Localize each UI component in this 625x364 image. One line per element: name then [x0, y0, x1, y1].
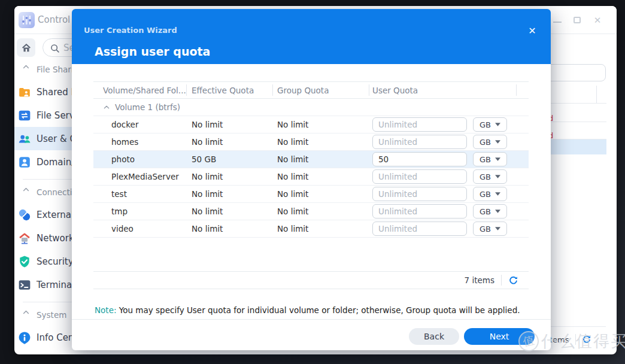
- folder-name: photo: [93, 154, 186, 164]
- quota-row-test[interactable]: testNo limitNo limitGB: [93, 186, 529, 203]
- effective-quota-value: No limit: [186, 172, 272, 181]
- user-quota-input[interactable]: [372, 135, 467, 149]
- effective-quota-value: No limit: [186, 189, 272, 199]
- group-quota-value: No limit: [272, 137, 369, 147]
- wizard-header: User Creation Wizard Assign user quota ✕: [72, 9, 551, 64]
- column-header-volume[interactable]: Volume/Shared Fol...: [93, 86, 186, 95]
- footer-divider: [72, 319, 551, 320]
- user-quota-input[interactable]: [372, 169, 467, 184]
- sidebar-item-label: Security: [37, 256, 74, 267]
- terminal-icon: [18, 278, 31, 292]
- watermark: 值 什么值得买: [518, 330, 625, 352]
- table-header-row: Volume/Shared Fol... Effective Quota Gro…: [93, 81, 529, 99]
- caret-up-icon: [22, 186, 30, 199]
- note-text: Note: You may specify User quota for ind…: [95, 305, 533, 315]
- unit-label: GB: [480, 138, 491, 147]
- group-quota-value: No limit: [272, 172, 369, 181]
- volume-group-label: Volume 1 (btrfs): [115, 102, 180, 112]
- close-dialog-icon[interactable]: ✕: [526, 24, 539, 37]
- user-quota-input[interactable]: [372, 204, 467, 219]
- home-icon: [21, 43, 32, 53]
- quota-row-docker[interactable]: dockerNo limitNo limitGB: [93, 116, 529, 134]
- unit-select[interactable]: GB: [473, 135, 507, 149]
- table-footer: 7 items: [93, 271, 529, 289]
- sidebar-item-label: Network: [37, 233, 74, 244]
- control-panel-icon: [19, 12, 35, 28]
- caret-up-icon: [22, 63, 30, 76]
- caret-up-icon: [22, 308, 30, 321]
- shared-folder-icon: [18, 86, 31, 99]
- folder-name: docker: [93, 120, 186, 129]
- bg-column-divider: [596, 86, 597, 104]
- user-quota-input[interactable]: [372, 152, 467, 166]
- group-quota-value: No limit: [272, 120, 369, 129]
- group-quota-value: No limit: [272, 189, 369, 199]
- quota-table: Volume/Shared Fol... Effective Quota Gro…: [93, 81, 529, 238]
- effective-quota-value: 50 GB: [186, 154, 272, 164]
- volume-group-row[interactable]: Volume 1 (btrfs): [93, 99, 529, 116]
- minimize-icon[interactable]: [553, 17, 562, 23]
- unit-select[interactable]: GB: [473, 187, 507, 201]
- chevron-down-icon: [495, 123, 500, 126]
- chevron-down-icon: [495, 227, 500, 230]
- folder-name: PlexMediaServer: [93, 172, 186, 181]
- maximize-icon[interactable]: [574, 17, 581, 23]
- effective-quota-value: No limit: [186, 120, 272, 129]
- back-button[interactable]: Back: [409, 328, 459, 345]
- watermark-badge: 值: [517, 329, 541, 353]
- home-button[interactable]: [17, 38, 35, 57]
- unit-label: GB: [480, 120, 491, 129]
- security-icon: [18, 255, 31, 268]
- column-header-group-quota[interactable]: Group Quota: [272, 86, 369, 95]
- effective-quota-value: No limit: [186, 224, 272, 233]
- chevron-down-icon: [495, 210, 500, 213]
- quota-row-homes[interactable]: homesNo limitNo limitGB: [93, 134, 529, 151]
- unit-label: GB: [480, 225, 491, 233]
- user-group-icon: [18, 132, 31, 145]
- column-header-effective-quota[interactable]: Effective Quota: [186, 86, 272, 95]
- user-quota-input[interactable]: [372, 187, 467, 201]
- folder-name: test: [93, 189, 186, 199]
- user-creation-wizard-dialog: User Creation Wizard Assign user quota ✕…: [72, 9, 551, 350]
- quota-row-video[interactable]: videoNo limitNo limitGB: [93, 220, 529, 238]
- close-icon[interactable]: ✕: [593, 16, 602, 25]
- folder-name: homes: [93, 137, 186, 147]
- unit-select[interactable]: GB: [473, 152, 507, 166]
- quota-row-PlexMediaServer[interactable]: PlexMediaServerNo limitNo limitGB: [93, 168, 529, 186]
- unit-select[interactable]: GB: [473, 169, 507, 184]
- effective-quota-value: No limit: [186, 137, 272, 147]
- chevron-down-icon: [495, 157, 500, 161]
- group-quota-value: No limit: [272, 224, 369, 233]
- refresh-icon[interactable]: [508, 275, 518, 286]
- collapse-caret-icon: [103, 104, 110, 111]
- group-quota-value: No limit: [272, 154, 369, 164]
- group-quota-value: No limit: [272, 207, 369, 216]
- unit-label: GB: [480, 155, 491, 164]
- folder-name: video: [93, 224, 186, 233]
- folder-name: tmp: [93, 207, 186, 216]
- search-icon: [50, 43, 60, 53]
- note-label: Note:: [95, 305, 117, 315]
- external-access-icon: [18, 208, 31, 222]
- window-controls: ✕: [553, 6, 602, 34]
- wizard-title: User Creation Wizard: [84, 26, 177, 35]
- column-header-user-quota[interactable]: User Quota: [369, 86, 516, 95]
- unit-label: GB: [480, 172, 491, 181]
- quota-row-tmp[interactable]: tmpNo limitNo limitGB: [93, 203, 529, 220]
- chevron-down-icon: [495, 192, 500, 196]
- unit-select[interactable]: GB: [473, 222, 507, 236]
- chevron-down-icon: [495, 175, 500, 178]
- unit-label: GB: [480, 190, 491, 199]
- effective-quota-value: No limit: [186, 207, 272, 216]
- section-label: System: [37, 310, 66, 320]
- user-quota-input[interactable]: [372, 222, 467, 236]
- unit-select[interactable]: GB: [473, 204, 507, 219]
- step-title: Assign user quota: [95, 45, 210, 58]
- items-count: 7 items: [465, 275, 494, 285]
- unit-select[interactable]: GB: [473, 117, 507, 132]
- desktop-background: Control Panel ✕ File SharingShared Folde…: [0, 0, 625, 364]
- divider: [501, 275, 502, 286]
- quota-row-photo[interactable]: photo50 GBNo limitGB: [93, 151, 529, 168]
- unit-label: GB: [480, 207, 491, 216]
- user-quota-input[interactable]: [372, 117, 467, 132]
